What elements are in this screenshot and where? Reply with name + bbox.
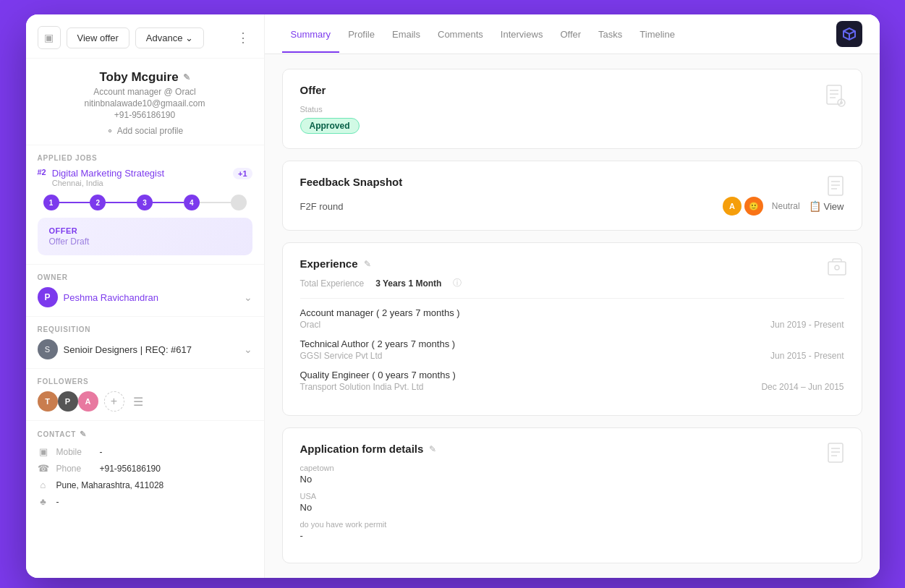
- add-social-profile[interactable]: ⚬ Add social profile: [38, 126, 252, 136]
- contact-label: CONTACT ✎: [38, 430, 252, 439]
- applied-jobs-section: APPLIED JOBS #2 Digital Marketing Strate…: [26, 145, 264, 265]
- exp-dates-1: Jun 2019 - Present: [770, 320, 844, 330]
- candidate-name-row: Toby Mcguire ✎: [38, 70, 252, 85]
- requisition-row: S Senioir Designers | REQ: #617 ⌄: [38, 339, 252, 359]
- contact-address-row: ⌂ Pune, Maharashtra, 411028: [38, 480, 252, 490]
- tab-profile[interactable]: Profile: [339, 16, 383, 53]
- requisition-section: REQUISITION S Senioir Designers | REQ: #…: [26, 317, 264, 369]
- exp-item-2: Technical Author ( 2 years 7 months ) GG…: [300, 338, 844, 361]
- candidate-email: nitinbnalawade10@gmaail.com: [38, 98, 252, 108]
- chat-icon[interactable]: ▣: [38, 26, 61, 49]
- owner-section: OWNER P Peshma Ravichandran ⌄: [26, 265, 264, 317]
- requisition-dropdown-icon[interactable]: ⌄: [244, 344, 252, 355]
- follower-2: P: [58, 391, 78, 412]
- exp-dates-2: Jun 2015 - Present: [770, 351, 844, 361]
- view-offer-button[interactable]: View offer: [67, 27, 129, 48]
- owner-row: P Peshma Ravichandran ⌄: [38, 287, 252, 307]
- contact-section-label: CONTACT: [38, 430, 77, 438]
- job-name[interactable]: Digital Marketing Strategist: [52, 168, 227, 179]
- exp-company-row-3: Transport Solution India Pvt. Ltd Dec 20…: [300, 382, 844, 392]
- follower-3: A: [78, 391, 98, 412]
- tab-offer[interactable]: Offer: [551, 16, 590, 53]
- job-badge: +1: [233, 168, 252, 179]
- step-line-3: [153, 202, 184, 203]
- step-line-1: [59, 202, 90, 203]
- svg-rect-6: [828, 176, 843, 195]
- step-5: [231, 195, 247, 210]
- offer-card-title: Offer: [300, 84, 844, 96]
- applied-jobs-label: APPLIED JOBS: [38, 154, 252, 162]
- app-container: ▣ View offer Advance ⌄ ⋮ Toby Mcguire ✎ …: [26, 14, 880, 578]
- mobile-icon: ▣: [38, 446, 49, 457]
- candidate-info: Toby Mcguire ✎ Account manager @ Oracl n…: [26, 59, 264, 145]
- experience-edit-icon[interactable]: ✎: [364, 259, 371, 269]
- svg-point-5: [840, 101, 843, 104]
- applied-job-row: #2 Digital Marketing Strategist Chennai,…: [38, 168, 252, 187]
- feedback-card-title: Feedback Snapshot: [300, 176, 844, 188]
- clipboard-icon: 📋: [809, 200, 821, 212]
- status-badge: Approved: [300, 118, 360, 134]
- feedback-card-icon: [824, 173, 850, 204]
- tab-timeline[interactable]: Timeline: [631, 16, 684, 53]
- feedback-avatars: A 🙂: [723, 197, 763, 216]
- contact-edit-icon[interactable]: ✎: [80, 430, 87, 439]
- top-nav: Summary Profile Emails Comments Intervie…: [265, 14, 880, 54]
- requisition-avatar: S: [38, 339, 58, 359]
- main-content: Offer Status Approved Feedback Snaps: [265, 54, 880, 578]
- experience-header: Experience ✎: [300, 257, 844, 270]
- add-follower-button[interactable]: +: [104, 391, 124, 412]
- more-options-button[interactable]: ⋮: [234, 27, 252, 48]
- offer-stage-sub: Offer Draft: [49, 237, 241, 247]
- app-form-label-2: USA: [300, 492, 844, 500]
- tab-summary[interactable]: Summary: [282, 16, 340, 53]
- step-2: 2: [90, 195, 106, 210]
- exp-company-1: Oracl: [300, 320, 321, 330]
- notification-bell-icon[interactable]: ☰: [133, 395, 143, 409]
- contact-phone-row: ☎ Phone +91-956186190: [38, 463, 252, 474]
- mobile-value: -: [100, 447, 103, 457]
- app-form-value-1: No: [300, 474, 844, 485]
- requisition-name[interactable]: Senioir Designers | REQ: #617: [64, 344, 238, 355]
- phone-icon: ☎: [38, 463, 49, 474]
- step-4: 4: [184, 195, 200, 210]
- exp-item-1: Account manager ( 2 years 7 months ) Ora…: [300, 307, 844, 330]
- owner-dropdown-icon[interactable]: ⌄: [244, 291, 252, 303]
- job-number: #2: [38, 168, 46, 176]
- progress-steps: 1 2 3 4: [38, 195, 252, 210]
- offer-stage-label: OFFER: [49, 226, 241, 235]
- phone-value: +91-956186190: [100, 464, 161, 474]
- offer-card-icon: [821, 81, 850, 115]
- contact-section: CONTACT ✎ ▣ Mobile - ☎ Phone +91-9561861…: [26, 421, 264, 521]
- exp-role-3: Quality Engineer ( 0 years 7 months ): [300, 370, 844, 380]
- advance-label: Advance: [146, 33, 183, 43]
- tab-emails[interactable]: Emails: [383, 16, 429, 53]
- edit-name-icon[interactable]: ✎: [183, 72, 190, 82]
- address-value: Pune, Maharashtra, 411028: [56, 480, 164, 490]
- right-panel: Summary Profile Emails Comments Intervie…: [265, 14, 880, 578]
- exp-company-row-2: GGSI Service Pvt Ltd Jun 2015 - Present: [300, 351, 844, 361]
- app-form-edit-icon[interactable]: ✎: [429, 444, 436, 454]
- exp-role-2: Technical Author ( 2 years 7 months ): [300, 338, 844, 349]
- step-1: 1: [43, 195, 59, 210]
- experience-title: Experience: [300, 257, 358, 270]
- job-info: Digital Marketing Strategist Chennai, In…: [52, 168, 227, 187]
- advance-button[interactable]: Advance ⌄: [135, 27, 205, 48]
- exp-item-3: Quality Engineer ( 0 years 7 months ) Tr…: [300, 370, 844, 392]
- followers-row: T P A + ☰: [38, 391, 252, 412]
- left-panel: ▣ View offer Advance ⌄ ⋮ Toby Mcguire ✎ …: [26, 14, 265, 578]
- job-location: Chennai, India: [52, 179, 227, 187]
- svg-rect-0: [827, 85, 841, 104]
- app-form-label-1: capetown: [300, 464, 844, 472]
- candidate-name: Toby Mcguire: [99, 70, 178, 85]
- offer-stage-box: OFFER Offer Draft: [38, 218, 252, 255]
- app-form-label-3: do you have work permit: [300, 520, 844, 529]
- owner-name[interactable]: Peshma Ravichandran: [64, 292, 238, 303]
- svg-rect-10: [828, 262, 846, 275]
- tab-interviews[interactable]: Interviews: [492, 16, 552, 53]
- total-experience-row: Total Experience 3 Years 1 Month ⓘ: [300, 277, 844, 299]
- owner-label: OWNER: [38, 273, 252, 281]
- tab-tasks[interactable]: Tasks: [590, 16, 631, 53]
- tab-comments[interactable]: Comments: [429, 16, 492, 53]
- exp-company-3: Transport Solution India Pvt. Ltd: [300, 382, 424, 392]
- info-icon: ⓘ: [453, 277, 462, 289]
